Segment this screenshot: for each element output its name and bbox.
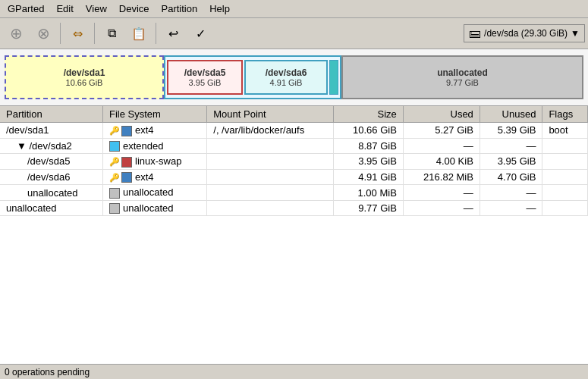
- partition-block-sda6[interactable]: /dev/sda6 4.91 GiB: [244, 60, 328, 95]
- cell-size: 3.95 GiB: [334, 154, 403, 170]
- col-header-unused[interactable]: Unused: [480, 106, 542, 123]
- cell-partition: unallocated: [0, 200, 103, 216]
- drive-icon: 🖴: [469, 27, 481, 40]
- cell-used: —: [403, 185, 480, 201]
- cell-used: 216.82 MiB: [403, 169, 480, 185]
- cell-used: —: [403, 138, 480, 154]
- partition-block-sda1[interactable]: /dev/sda1 10.66 GiB: [5, 55, 164, 99]
- cell-filesystem: 🔑ext4: [103, 169, 207, 185]
- apply-button[interactable]: ✓: [187, 20, 213, 46]
- cell-size: 10.66 GiB: [334, 123, 403, 139]
- partition-block-sda5[interactable]: /dev/sda5 3.95 GiB: [167, 60, 243, 95]
- partition-block-sda1-label: /dev/sda1: [64, 67, 105, 78]
- cell-unused: —: [480, 200, 542, 216]
- delete-button[interactable]: ⊗: [30, 20, 56, 46]
- partition-block-sda1-size: 10.66 GiB: [66, 78, 103, 87]
- copy-button[interactable]: ⧉: [99, 20, 124, 46]
- cell-mountpoint: [207, 138, 334, 154]
- new-button[interactable]: ⊕: [3, 20, 29, 46]
- cell-flags: [542, 185, 588, 201]
- menu-partition[interactable]: Partition: [157, 2, 203, 16]
- cell-unused: —: [480, 185, 542, 201]
- cell-used: —: [403, 200, 480, 216]
- operations-pending-text: 0 operations pending: [5, 367, 90, 377]
- cell-size: 1.00 MiB: [334, 185, 403, 201]
- chevron-down-icon: ▼: [571, 28, 580, 39]
- table-row[interactable]: unallocatedunallocated1.00 MiB——: [0, 185, 588, 201]
- partition-block-sda5-size: 3.95 GiB: [189, 78, 222, 87]
- statusbar: 0 operations pending: [0, 364, 588, 379]
- cell-used: 5.27 GiB: [403, 123, 480, 139]
- cell-flags: [542, 169, 588, 185]
- cell-partition: ▼ /dev/sda2: [0, 138, 103, 154]
- col-header-partition[interactable]: Partition: [0, 106, 103, 123]
- cell-partition: /dev/sda5: [0, 154, 103, 170]
- table-row[interactable]: unallocatedunallocated9.77 GiB——: [0, 200, 588, 216]
- menu-view[interactable]: View: [81, 2, 112, 16]
- cell-flags: [542, 200, 588, 216]
- cell-partition: /dev/sda6: [0, 169, 103, 185]
- cell-filesystem: extended: [103, 138, 207, 154]
- cell-size: 8.87 GiB: [334, 138, 403, 154]
- cell-size: 4.91 GiB: [334, 169, 403, 185]
- menu-edit[interactable]: Edit: [52, 2, 77, 16]
- col-header-used[interactable]: Used: [403, 106, 480, 123]
- cell-filesystem: unallocated: [103, 200, 207, 216]
- menu-gparted[interactable]: GParted: [3, 2, 49, 16]
- toolbar-separator-2: [94, 23, 95, 44]
- col-header-flags[interactable]: Flags: [542, 106, 588, 123]
- undo-button[interactable]: ↩: [160, 20, 186, 46]
- partition-table: Partition File System Mount Point Size U…: [0, 106, 588, 216]
- disk-visual: /dev/sda1 10.66 GiB /dev/sda5 3.95 GiB /…: [0, 49, 588, 106]
- cell-mountpoint: [207, 169, 334, 185]
- partition-block-unallocated-size: 9.77 GiB: [446, 78, 479, 87]
- cell-flags: [542, 154, 588, 170]
- table-header-row: Partition File System Mount Point Size U…: [0, 106, 588, 123]
- menu-help[interactable]: Help: [205, 2, 234, 16]
- device-selector[interactable]: 🖴 /dev/sda (29.30 GiB) ▼: [464, 24, 585, 42]
- table-body: /dev/sda1🔑ext4/, /var/lib/docker/aufs10.…: [0, 123, 588, 216]
- toolbar: ⊕ ⊗ ⇔ ⧉ 📋 ↩ ✓ 🖴 /dev/sda (29.30 GiB) ▼: [0, 18, 588, 49]
- resize-button[interactable]: ⇔: [64, 20, 90, 46]
- col-header-filesystem[interactable]: File System: [103, 106, 207, 123]
- partition-block-sda5-label: /dev/sda5: [184, 67, 226, 78]
- cell-mountpoint: /, /var/lib/docker/aufs: [207, 123, 334, 139]
- cell-flags: boot: [542, 123, 588, 139]
- cell-filesystem: 🔑linux-swap: [103, 154, 207, 170]
- cell-mountpoint: [207, 200, 334, 216]
- cell-flags: [542, 138, 588, 154]
- partition-block-unallocated[interactable]: unallocated 9.77 GiB: [341, 55, 583, 99]
- cell-size: 9.77 GiB: [334, 200, 403, 216]
- cell-filesystem: unallocated: [103, 185, 207, 201]
- col-header-mountpoint[interactable]: Mount Point: [207, 106, 334, 123]
- cell-unused: 5.39 GiB: [480, 123, 542, 139]
- cell-filesystem: 🔑ext4: [103, 123, 207, 139]
- cell-unused: 3.95 GiB: [480, 154, 542, 170]
- partition-block-unallocated-label: unallocated: [437, 67, 488, 78]
- table-row[interactable]: /dev/sda1🔑ext4/, /var/lib/docker/aufs10.…: [0, 123, 588, 139]
- table-row[interactable]: /dev/sda5🔑linux-swap3.95 GiB4.00 KiB3.95…: [0, 154, 588, 170]
- col-header-size[interactable]: Size: [334, 106, 403, 123]
- cell-partition: unallocated: [0, 185, 103, 201]
- device-label: /dev/sda (29.30 GiB): [484, 28, 568, 39]
- table-area: Partition File System Mount Point Size U…: [0, 106, 588, 364]
- cell-unused: 4.70 GiB: [480, 169, 542, 185]
- table-row[interactable]: ▼ /dev/sda2extended8.87 GiB——: [0, 138, 588, 154]
- partition-block-sda6-size: 4.91 GiB: [270, 78, 303, 87]
- cell-mountpoint: [207, 154, 334, 170]
- unallocated-small-bar: [329, 60, 338, 95]
- paste-button[interactable]: 📋: [126, 20, 152, 46]
- menu-device[interactable]: Device: [115, 2, 154, 16]
- partition-block-sda6-label: /dev/sda6: [266, 67, 307, 78]
- cell-mountpoint: [207, 185, 334, 201]
- menubar: GParted Edit View Device Partition Help: [0, 0, 588, 18]
- partition-block-sda2: /dev/sda5 3.95 GiB /dev/sda6 4.91 GiB: [164, 55, 341, 99]
- table-row[interactable]: /dev/sda6🔑ext44.91 GiB216.82 MiB4.70 GiB: [0, 169, 588, 185]
- cell-partition: /dev/sda1: [0, 123, 103, 139]
- cell-unused: —: [480, 138, 542, 154]
- toolbar-separator-1: [60, 23, 61, 44]
- cell-used: 4.00 KiB: [403, 154, 480, 170]
- toolbar-separator-3: [156, 23, 156, 44]
